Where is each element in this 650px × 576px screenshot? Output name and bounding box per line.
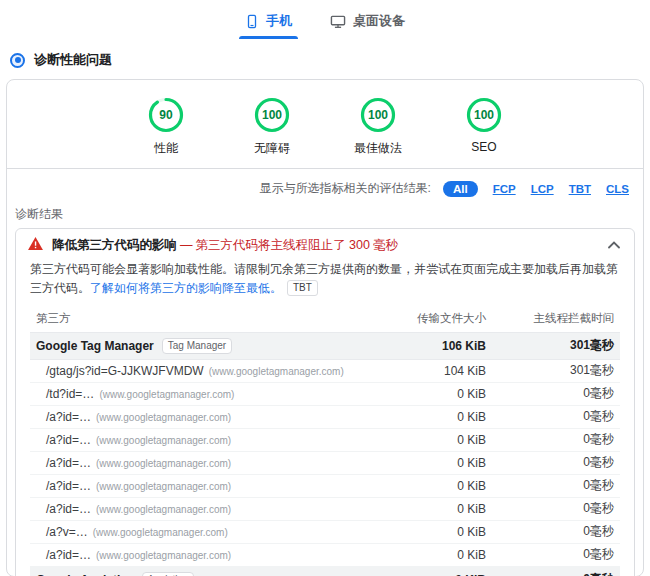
request-domain: (www.googletagmanager.com) (96, 504, 231, 515)
svg-text:100: 100 (368, 108, 388, 122)
tab-label: 桌面设备 (353, 12, 405, 30)
audit-title-text: 降低第三方代码的影响 (52, 238, 177, 252)
pagespeed-report: 手机桌面设备 诊断性能问题 90性能100无障碍100最佳做法100SEO 显示… (0, 0, 650, 576)
gauge-ring-icon: 100 (359, 96, 397, 134)
gauge-ring-icon: 100 (253, 96, 291, 134)
request-domain: (www.googletagmanager.com) (96, 550, 231, 561)
request-url: /a?id=… (46, 502, 91, 516)
metric-filter-chips: AllFCPLCPTBTCLS (443, 181, 629, 197)
gauge-label: 无障碍 (241, 140, 303, 157)
request-time: 0毫秒 (492, 474, 620, 497)
diagnose-radio-icon (10, 53, 25, 68)
request-time: 0毫秒 (492, 405, 620, 428)
score-gauge-无障碍[interactable]: 100无障碍 (241, 96, 303, 157)
request-url: /a?v=… (46, 525, 88, 539)
request-domain: (www.googletagmanager.com) (209, 366, 344, 377)
request-size: 0 KiB (374, 428, 492, 451)
audit-title: 降低第三方代码的影响—第三方代码将主线程阻止了 300 毫秒 (52, 237, 597, 254)
entity-time: 0毫秒 (492, 566, 620, 576)
entity-size: 106 KiB (374, 332, 492, 359)
request-row: /a?id=…(www.googletagmanager.com)0 KiB0毫… (30, 497, 620, 520)
request-size: 0 KiB (374, 405, 492, 428)
request-row: /a?v=…(www.googletagmanager.com)0 KiB0毫秒 (30, 520, 620, 543)
audit-body: 第三方代码可能会显著影响加载性能。请限制冗余第三方提供商的数量，并尝试在页面完成… (16, 260, 634, 576)
request-domain: (www.googletagmanager.com) (96, 435, 231, 446)
request-row: /gtag/js?id=G-JJKWJFVMDW(www.googletagma… (30, 359, 620, 382)
request-row: /a?id=…(www.googletagmanager.com)0 KiB0毫… (30, 405, 620, 428)
request-time: 0毫秒 (492, 382, 620, 405)
request-size: 0 KiB (374, 451, 492, 474)
request-url: /a?id=… (46, 548, 91, 562)
request-domain: (www.googletagmanager.com) (93, 527, 228, 538)
svg-text:100: 100 (262, 108, 282, 122)
metric-chip-tbt[interactable]: TBT (569, 183, 591, 195)
request-size: 0 KiB (374, 520, 492, 543)
request-size: 104 KiB (374, 359, 492, 382)
metric-chip-all[interactable]: All (443, 181, 478, 197)
request-time: 301毫秒 (492, 359, 620, 382)
request-size: 0 KiB (374, 497, 492, 520)
audit-title-separator: — (177, 238, 196, 252)
request-time: 0毫秒 (492, 497, 620, 520)
svg-text:100: 100 (474, 108, 494, 122)
tab-desktop[interactable]: 桌面设备 (324, 8, 411, 39)
col-third-party: 第三方 (30, 306, 374, 333)
phone-icon (245, 14, 259, 29)
score-gauge-最佳做法[interactable]: 100最佳做法 (347, 96, 409, 157)
request-url: /a?id=… (46, 433, 91, 447)
request-row: /a?id=…(www.googletagmanager.com)0 KiB0毫… (30, 451, 620, 474)
col-blocking-time: 主线程拦截时间 (492, 306, 620, 333)
diagnostics-section-label: 诊断结果 (7, 206, 643, 228)
metric-chip-lcp[interactable]: LCP (531, 183, 554, 195)
metric-chip-fcp[interactable]: FCP (493, 183, 516, 195)
gauge-ring-icon: 100 (465, 96, 503, 134)
svg-text:90: 90 (159, 108, 173, 122)
request-domain: (www.googletagmanager.com) (96, 412, 231, 423)
score-gauge-性能[interactable]: 90性能 (135, 96, 197, 157)
entity-category-badge: Tag Manager (162, 338, 232, 354)
chevron-up-icon[interactable] (606, 236, 622, 254)
request-row: /a?id=…(www.googletagmanager.com)0 KiB0毫… (30, 543, 620, 566)
gauge-ring-icon: 90 (147, 96, 185, 134)
request-time: 0毫秒 (492, 543, 620, 566)
request-url: /gtag/js?id=G-JJKWJFVMDW (46, 364, 204, 378)
entity-time: 301毫秒 (492, 332, 620, 359)
request-time: 0毫秒 (492, 520, 620, 543)
request-size: 0 KiB (374, 474, 492, 497)
tab-mobile[interactable]: 手机 (239, 8, 298, 39)
request-domain: (www.googletagmanager.com) (99, 389, 234, 400)
audit-header[interactable]: 降低第三方代码的影响—第三方代码将主线程阻止了 300 毫秒 (16, 229, 634, 259)
col-transfer-size: 传输文件大小 (374, 306, 492, 333)
tab-label: 手机 (266, 12, 292, 30)
request-url: /a?id=… (46, 479, 91, 493)
request-size: 0 KiB (374, 382, 492, 405)
metric-filter-row: 显示与所选指标相关的评估结果: AllFCPLCPTBTCLS (7, 169, 643, 206)
entity-name: Google Tag Manager (36, 339, 154, 353)
entity-row: Google AnalyticsAnalytics0 KiB0毫秒 (30, 566, 620, 576)
desktop-icon (330, 14, 346, 29)
diagnose-header: 诊断性能问题 (10, 51, 650, 69)
score-gauges: 90性能100无障碍100最佳做法100SEO (7, 80, 643, 168)
entity-size: 0 KiB (374, 566, 492, 576)
request-row: /a?id=…(www.googletagmanager.com)0 KiB0毫… (30, 428, 620, 451)
audit-panel: 降低第三方代码的影响—第三方代码将主线程阻止了 300 毫秒 第三方代码可能会显… (15, 228, 635, 576)
request-row: /a?id=…(www.googletagmanager.com)0 KiB0毫… (30, 474, 620, 497)
gauge-label: 性能 (135, 140, 197, 157)
table-header-row: 第三方 传输文件大小 主线程拦截时间 (30, 306, 620, 333)
device-tabbar: 手机桌面设备 (0, 0, 650, 39)
audit-description-block: 第三方代码可能会显著影响加载性能。请限制冗余第三方提供商的数量，并尝试在页面完成… (30, 260, 620, 299)
request-size: 0 KiB (374, 543, 492, 566)
learn-more-link[interactable]: 了解如何将第三方的影响降至最低。 (90, 281, 282, 295)
request-url: /a?id=… (46, 410, 91, 424)
score-gauge-SEO[interactable]: 100SEO (453, 96, 515, 157)
request-time: 0毫秒 (492, 451, 620, 474)
diagnose-title: 诊断性能问题 (34, 51, 112, 69)
audit-highlight: 第三方代码将主线程阻止了 300 毫秒 (196, 238, 399, 252)
warning-triangle-icon (28, 237, 43, 253)
filter-label: 显示与所选指标相关的评估结果: (260, 180, 431, 197)
entity-category-badge: Analytics (142, 572, 194, 576)
metric-chip-cls[interactable]: CLS (606, 183, 629, 195)
request-domain: (www.googletagmanager.com) (96, 458, 231, 469)
gauge-label: 最佳做法 (347, 140, 409, 157)
tbt-metric-badge: TBT (287, 280, 318, 296)
